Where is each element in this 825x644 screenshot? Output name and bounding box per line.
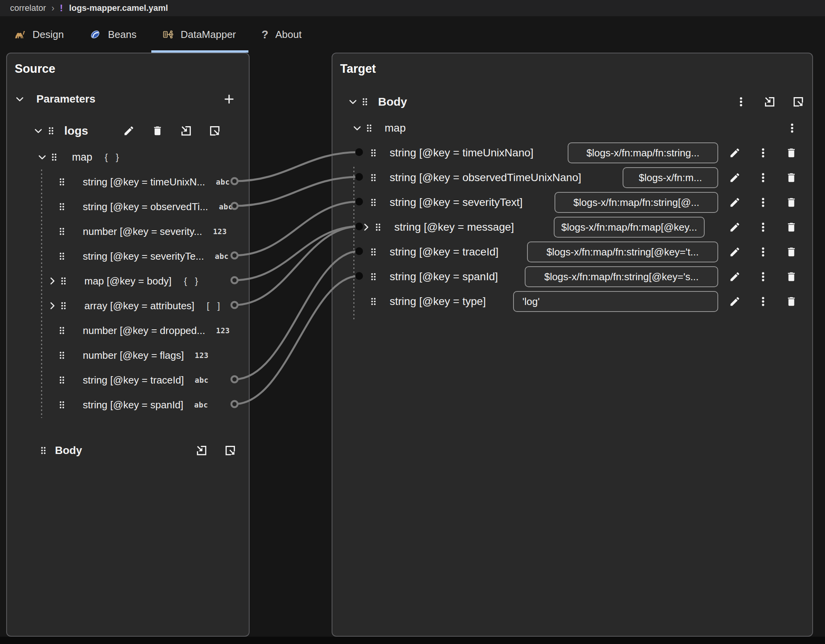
target-node-row[interactable]: string [@key = spanId] $logs-x/fn:map/fn… <box>332 264 811 289</box>
drag-handle-icon[interactable] <box>58 251 66 261</box>
kebab-menu-icon[interactable] <box>786 122 798 134</box>
trash-icon[interactable] <box>786 197 797 208</box>
target-body-row[interactable]: Body <box>332 89 811 114</box>
target-node-row[interactable]: string [@key = type] 'log' <box>332 289 811 314</box>
target-node-row[interactable]: string [@key = severityText] $logs-x/fn:… <box>332 190 811 215</box>
add-parameter-button[interactable] <box>223 93 235 105</box>
tab-design[interactable]: Design <box>14 16 64 53</box>
source-node-row[interactable]: map [@key = body] { } <box>7 269 248 293</box>
pencil-icon[interactable] <box>729 271 741 283</box>
trash-icon[interactable] <box>786 147 797 159</box>
drag-handle-icon[interactable] <box>58 375 66 385</box>
drag-handle-icon[interactable] <box>60 276 67 286</box>
source-body-row[interactable]: Body <box>7 438 248 463</box>
drag-handle-icon[interactable] <box>39 445 47 456</box>
pencil-icon[interactable] <box>123 125 135 137</box>
kebab-menu-icon[interactable] <box>757 296 769 307</box>
source-node-row[interactable]: string [@key = timeUnixN... abc <box>7 170 248 194</box>
pencil-icon[interactable] <box>729 246 741 258</box>
source-node-row[interactable]: array [@key = attributes] [ ] <box>7 293 248 318</box>
target-node-row[interactable]: string [@key = message] $logs-x/fn:map/f… <box>332 215 811 240</box>
drag-handle-icon[interactable] <box>58 400 66 410</box>
expression-input[interactable]: $logs-x/fn:map/fn:map[@key... <box>554 217 705 238</box>
drag-handle-icon[interactable] <box>370 148 377 158</box>
expression-input[interactable]: $logs-x/fn:map/fn:string[@... <box>555 192 718 213</box>
drag-handle-icon[interactable] <box>365 123 373 133</box>
kebab-menu-icon[interactable] <box>757 172 769 183</box>
node-label: string [@key = message] <box>394 221 514 233</box>
trash-icon[interactable] <box>786 271 797 283</box>
target-node-row-map[interactable]: map <box>332 116 811 140</box>
kebab-menu-icon[interactable] <box>757 197 769 208</box>
kebab-menu-icon[interactable] <box>757 221 769 233</box>
source-node-row[interactable]: number [@key = severity... 123 <box>7 219 248 244</box>
import-document-icon[interactable] <box>196 445 207 456</box>
parameter-name: logs <box>64 124 88 137</box>
tab-about[interactable]: ? About <box>262 16 302 53</box>
drag-handle-icon[interactable] <box>58 226 66 236</box>
drag-handle-icon[interactable] <box>370 272 377 282</box>
source-node-row[interactable]: number [@key = dropped... 123 <box>7 318 248 343</box>
expression-input[interactable]: $logs-x/fn:map/fn:string... <box>568 142 718 163</box>
drag-handle-icon[interactable] <box>58 325 66 336</box>
trash-icon[interactable] <box>786 221 797 233</box>
chevron-down-icon[interactable] <box>37 152 47 162</box>
chevron-right-icon[interactable] <box>47 301 57 311</box>
parameters-header[interactable]: Parameters <box>7 87 248 111</box>
drag-handle-icon[interactable] <box>370 296 377 307</box>
pencil-icon[interactable] <box>729 147 741 159</box>
trash-icon[interactable] <box>786 172 797 183</box>
chevron-right-icon[interactable] <box>47 276 57 286</box>
trash-icon[interactable] <box>786 246 797 258</box>
export-document-icon[interactable] <box>792 96 804 108</box>
breadcrumb-file[interactable]: logs-mapper.camel.yaml <box>69 3 168 13</box>
drag-handle-icon[interactable] <box>58 350 66 360</box>
drag-handle-icon[interactable] <box>50 152 58 162</box>
chevron-down-icon[interactable] <box>33 126 43 136</box>
import-document-icon[interactable] <box>764 96 775 108</box>
drag-handle-icon[interactable] <box>58 177 66 187</box>
chevron-down-icon[interactable] <box>348 97 358 107</box>
pencil-icon[interactable] <box>729 197 741 208</box>
expression-input[interactable]: 'log' <box>513 291 718 312</box>
expression-input[interactable]: $logs-x/fn:map/fn:string[@key='t... <box>527 242 718 262</box>
import-document-icon[interactable] <box>180 125 192 137</box>
expression-input[interactable]: $logs-x/fn:map/fn:string[@key='s... <box>525 266 718 287</box>
source-node-row[interactable]: number [@key = flags] 123 <box>7 343 248 368</box>
trash-icon[interactable] <box>152 125 163 137</box>
drag-handle-icon[interactable] <box>58 202 66 212</box>
target-node-row[interactable]: string [@key = timeUnixNano] $logs-x/fn:… <box>332 140 811 165</box>
source-node-row-map[interactable]: map { } <box>7 145 248 170</box>
source-node-row[interactable]: string [@key = traceId] abc <box>7 368 248 392</box>
expression-input[interactable]: $logs-x/fn:m... <box>623 167 718 188</box>
tab-datamapper[interactable]: DataMapper <box>162 16 236 53</box>
trash-icon[interactable] <box>786 296 797 307</box>
drag-handle-icon[interactable] <box>361 97 369 107</box>
source-node-row[interactable]: string [@key = severityTe... abc <box>7 244 248 269</box>
drag-handle-icon[interactable] <box>60 301 67 311</box>
target-node-row[interactable]: string [@key = observedTimeUnixNano] $lo… <box>332 165 811 190</box>
tab-beans[interactable]: Beans <box>89 16 137 53</box>
kebab-menu-icon[interactable] <box>735 96 747 108</box>
chevron-down-icon[interactable] <box>352 123 362 133</box>
drag-handle-icon[interactable] <box>374 222 382 232</box>
pencil-icon[interactable] <box>729 172 741 183</box>
breadcrumb-project[interactable]: correlator <box>10 3 46 13</box>
export-document-icon[interactable] <box>224 445 236 456</box>
kebab-menu-icon[interactable] <box>757 271 769 283</box>
parameter-row-logs[interactable]: logs <box>7 118 248 143</box>
kebab-menu-icon[interactable] <box>757 147 769 159</box>
source-node-row[interactable]: string [@key = spanId] abc <box>7 392 248 417</box>
drag-handle-icon[interactable] <box>370 173 377 183</box>
chevron-right-icon[interactable] <box>361 222 371 232</box>
target-node-row[interactable]: string [@key = traceId] $logs-x/fn:map/f… <box>332 240 811 264</box>
drag-handle-icon[interactable] <box>370 247 377 257</box>
pencil-icon[interactable] <box>729 221 741 233</box>
drag-handle-icon[interactable] <box>370 197 377 207</box>
kebab-menu-icon[interactable] <box>757 246 769 258</box>
drag-handle-icon[interactable] <box>47 126 55 136</box>
chevron-down-icon[interactable] <box>15 94 25 104</box>
pencil-icon[interactable] <box>729 296 741 307</box>
export-document-icon[interactable] <box>209 125 221 137</box>
source-node-row[interactable]: string [@key = observedTi... abc <box>7 194 248 219</box>
